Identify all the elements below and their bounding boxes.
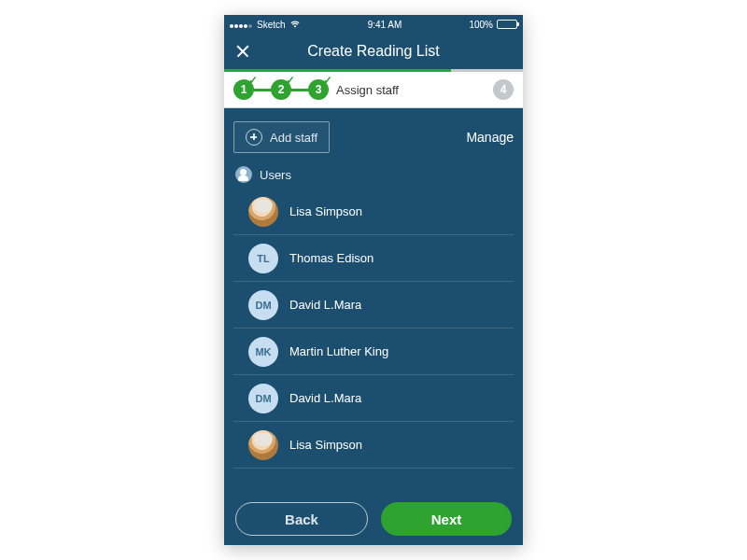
close-icon[interactable] — [233, 42, 252, 61]
step-2-num: 2 — [278, 83, 285, 96]
status-bar: Sketch 9:41 AM 100% — [224, 15, 523, 34]
avatar-initials: DM — [248, 384, 278, 413]
user-list: Lisa SimpsonTLThomas EdisonDMDavid L.Mar… — [233, 189, 514, 493]
clock-label: 9:41 AM — [368, 20, 402, 30]
user-icon — [235, 166, 252, 183]
next-button[interactable]: Next — [381, 502, 512, 536]
user-name-label: Thomas Edison — [289, 251, 374, 265]
list-item[interactable]: Lisa Simpson — [233, 189, 514, 235]
step-connector — [254, 89, 271, 91]
step-1[interactable]: 1 ✓ — [233, 79, 254, 100]
nav-bar: Create Reading List — [224, 34, 523, 69]
list-item[interactable]: MKMartin Luther King — [233, 329, 514, 375]
user-name-label: David L.Mara — [289, 391, 361, 405]
stepper-bar: 1 ✓ 2 ✓ 3 ✓ Assign staff 4 — [224, 69, 523, 108]
plus-icon — [246, 129, 262, 146]
avatar-initials: MK — [248, 337, 278, 367]
footer-bar: Back Next — [224, 493, 523, 545]
page-title: Create Reading List — [307, 43, 439, 60]
list-item[interactable]: Lisa Simpson — [233, 422, 514, 469]
step-3[interactable]: 3 ✓ — [308, 79, 329, 100]
step-active-label: Assign staff — [336, 83, 493, 97]
avatar-photo — [248, 430, 278, 460]
list-item[interactable]: DMDavid L.Mara — [233, 282, 514, 329]
content-area: Add staff Manage Users Lisa SimpsonTLTho… — [224, 108, 523, 493]
user-name-label: David L.Mara — [289, 298, 361, 312]
step-1-num: 1 — [241, 83, 247, 96]
add-staff-label: Add staff — [270, 131, 317, 145]
list-item[interactable]: TLThomas Edison — [233, 235, 514, 282]
wifi-icon — [289, 20, 301, 30]
checkmark-icon: ✓ — [248, 74, 258, 87]
checkmark-icon: ✓ — [286, 74, 295, 87]
phone-frame: Sketch 9:41 AM 100% Create Reading List … — [224, 15, 523, 545]
step-2[interactable]: 2 ✓ — [271, 79, 291, 100]
users-section-header: Users — [233, 166, 514, 183]
manage-button[interactable]: Manage — [466, 130, 514, 145]
carrier-label: Sketch — [257, 20, 286, 30]
user-name-label: Lisa Simpson — [289, 438, 362, 452]
avatar-initials: TL — [248, 244, 278, 273]
avatar-photo — [248, 197, 278, 227]
user-name-label: Lisa Simpson — [289, 204, 362, 218]
signal-dots-icon — [230, 20, 253, 30]
step-4[interactable]: 4 — [493, 79, 514, 100]
user-name-label: Martin Luther King — [289, 344, 388, 358]
step-3-num: 3 — [316, 83, 322, 96]
battery-pct-label: 100% — [469, 20, 493, 30]
step-connector — [291, 89, 308, 91]
checkmark-icon: ✓ — [323, 74, 332, 87]
add-staff-button[interactable]: Add staff — [233, 121, 330, 153]
users-section-title: Users — [260, 168, 291, 182]
back-button[interactable]: Back — [235, 502, 368, 536]
list-item[interactable]: DMDavid L.Mara — [233, 375, 514, 422]
battery-icon — [497, 20, 517, 29]
avatar-initials: DM — [248, 290, 278, 320]
step-4-num: 4 — [500, 83, 507, 96]
